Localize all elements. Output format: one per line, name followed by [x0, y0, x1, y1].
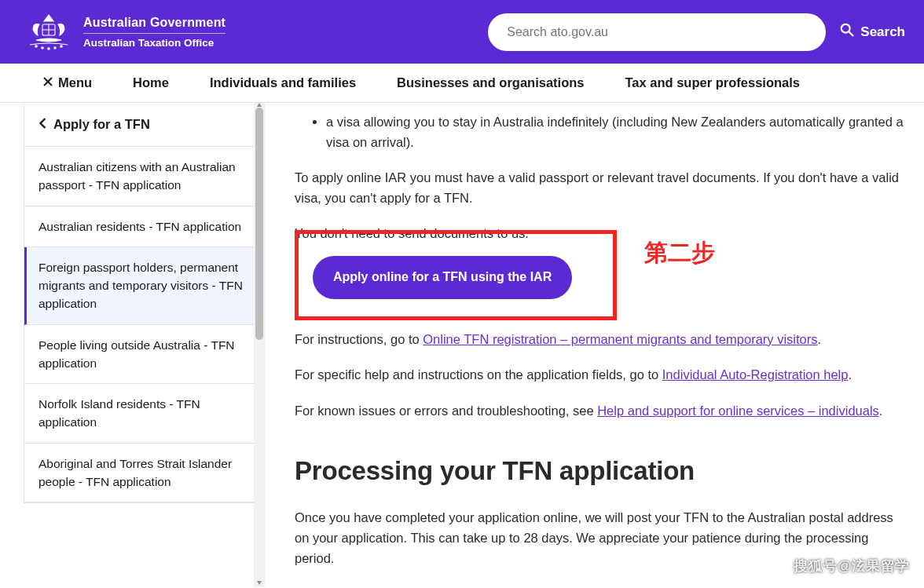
- visa-list: a visa allowing you to stay in Australia…: [326, 112, 905, 152]
- text: .: [879, 404, 883, 418]
- sidebar: Apply for a TFN Australian citizens with…: [24, 103, 259, 503]
- nav-home[interactable]: Home: [114, 64, 188, 102]
- sidebar-item[interactable]: People living outside Australia - TFN ap…: [24, 325, 258, 385]
- text: .: [848, 367, 852, 382]
- svg-marker-11: [257, 581, 262, 585]
- sidebar-item-label: People living outside Australia - TFN ap…: [38, 338, 235, 370]
- text: For known issues or errors and troublesh…: [295, 404, 597, 418]
- sidebar-item-label: Foreign passport holders, permanent migr…: [38, 261, 243, 311]
- nav-individuals[interactable]: Individuals and families: [191, 64, 375, 102]
- svg-point-4: [35, 45, 37, 46]
- svg-point-2: [48, 47, 50, 49]
- close-icon: [42, 75, 53, 90]
- list-item: a visa allowing you to stay in Australia…: [326, 112, 905, 152]
- sidebar-item-active[interactable]: Foreign passport holders, permanent migr…: [24, 247, 258, 325]
- nav-label: Home: [133, 75, 169, 90]
- nav-label: Individuals and families: [210, 75, 356, 90]
- text: For instructions, go to: [295, 332, 423, 346]
- sidebar-item[interactable]: Norfolk Island residents - TFN applicati…: [24, 384, 258, 444]
- sidebar-item-label: Aboriginal and Torres Strait Islander pe…: [38, 457, 232, 488]
- search-input[interactable]: [488, 13, 826, 51]
- sidebar-wrap: Apply for a TFN Australian citizens with…: [0, 103, 265, 587]
- svg-marker-10: [257, 103, 262, 107]
- main-nav: Menu Home Individuals and families Busin…: [0, 64, 924, 103]
- nav-label: Businesses and organisations: [397, 75, 584, 90]
- step-annotation: 第二步: [644, 237, 715, 269]
- site-header: Australian Government Australian Taxatio…: [0, 0, 924, 64]
- sidebar-item[interactable]: Australian residents - TFN application: [24, 206, 258, 247]
- svg-point-6: [842, 24, 850, 33]
- instructions-paragraph: For instructions, go to Online TFN regis…: [295, 330, 905, 350]
- main-content: a visa allowing you to stay in Australia…: [265, 103, 924, 587]
- crest-icon: [25, 10, 72, 54]
- menu-button[interactable]: Menu: [24, 64, 111, 102]
- svg-line-7: [849, 32, 853, 36]
- sidebar-item-label: Australian residents - TFN application: [38, 220, 241, 233]
- nav-label: Tax and super professionals: [625, 75, 800, 90]
- help-link[interactable]: Individual Auto-Registration help: [662, 367, 849, 382]
- sidebar-item-label: Norfolk Island residents - TFN applicati…: [38, 397, 200, 429]
- svg-point-5: [60, 45, 62, 46]
- nav-tax-super[interactable]: Tax and super professionals: [606, 64, 819, 102]
- instructions-link[interactable]: Online TFN registration – permanent migr…: [423, 332, 817, 346]
- apply-online-button[interactable]: Apply online for a TFN using the IAR: [313, 256, 572, 299]
- watermark: 搜狐号@泫果留学: [794, 557, 910, 575]
- scroll-down-icon[interactable]: [256, 579, 262, 586]
- search-label: Search: [860, 24, 905, 40]
- text: For specific help and instructions on th…: [295, 367, 662, 382]
- search-wrap: Search: [488, 13, 905, 51]
- issues-paragraph: For known issues or errors and troublesh…: [295, 401, 905, 422]
- cta-label: Apply online for a TFN using the IAR: [333, 270, 552, 283]
- sidebar-item-label: Australian citizens with an Australian p…: [38, 160, 236, 192]
- issues-link[interactable]: Help and support for online services – i…: [597, 404, 879, 418]
- cta-highlight-box: Apply online for a TFN using the IAR: [295, 230, 617, 320]
- ato-name: Australian Taxation Office: [83, 33, 226, 49]
- scroll-thumb[interactable]: [255, 108, 263, 340]
- sidebar-title: Apply for a TFN: [53, 117, 150, 132]
- apply-paragraph: To apply online IAR you must have a vali…: [295, 168, 905, 208]
- gov-name: Australian Government: [83, 16, 226, 30]
- svg-point-1: [42, 46, 43, 48]
- logo-block[interactable]: Australian Government Australian Taxatio…: [25, 10, 226, 54]
- sidebar-back[interactable]: Apply for a TFN: [24, 103, 258, 147]
- logo-text: Australian Government Australian Taxatio…: [83, 16, 226, 49]
- text: .: [818, 332, 822, 346]
- svg-point-3: [54, 46, 56, 48]
- processing-heading: Processing your TFN application: [295, 451, 905, 491]
- nav-businesses[interactable]: Businesses and organisations: [378, 64, 603, 102]
- scrollbar[interactable]: [254, 103, 265, 587]
- search-button[interactable]: Search: [840, 23, 905, 41]
- bullet-text: a visa allowing you to stay in Australia…: [326, 115, 904, 149]
- chevron-left-icon: [38, 117, 47, 132]
- help-paragraph: For specific help and instructions on th…: [295, 365, 905, 385]
- menu-label: Menu: [58, 75, 92, 90]
- search-icon: [840, 23, 854, 41]
- sidebar-item[interactable]: Australian citizens with an Australian p…: [24, 147, 258, 206]
- page-layout: Apply for a TFN Australian citizens with…: [0, 103, 924, 587]
- sidebar-item[interactable]: Aboriginal and Torres Strait Islander pe…: [24, 444, 258, 503]
